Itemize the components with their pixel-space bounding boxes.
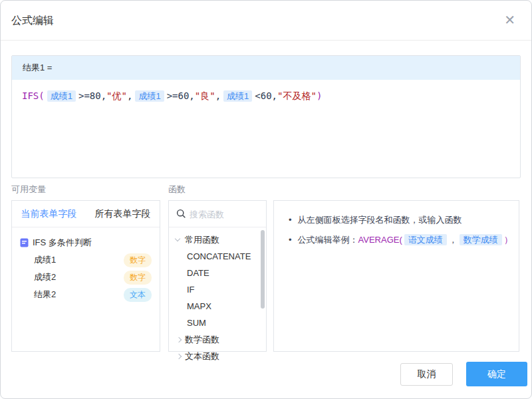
tip-text-segment: 公式编辑举例： <box>298 235 358 245</box>
bullet-icon: • <box>289 230 292 250</box>
function-item[interactable]: SUM <box>169 315 266 331</box>
variable-row[interactable]: 成绩2数字 <box>20 269 152 286</box>
variables-panel: 当前表单字段所有表单字段 IFS 多条件判断 成绩1数字成绩2数字结果2文本 <box>11 200 160 352</box>
variable-row[interactable]: 成绩1数字 <box>20 251 152 269</box>
tab-current-form-fields[interactable]: 当前表单字段 <box>12 201 86 227</box>
tip-text: 公式编辑举例：AVERAGE(语文成绩，数学成绩） <box>298 230 513 250</box>
formula-token-string: "不及格" <box>277 90 317 101</box>
function-label: 常用函数 <box>185 231 219 248</box>
scrollbar-thumb[interactable] <box>261 230 265 309</box>
tip-text-segment: ， <box>449 235 458 245</box>
function-item[interactable]: MAPX <box>169 298 266 315</box>
tips-panel: •从左侧面板选择字段名和函数，或输入函数•公式编辑举例：AVERAGE(语文成绩… <box>273 200 519 352</box>
formula-token-string: "优" <box>106 90 127 101</box>
formula-token-keyword: ） <box>504 235 513 245</box>
function-group[interactable]: 文本函数 <box>169 348 266 364</box>
formula-token-string: "良" <box>195 90 215 101</box>
function-item[interactable]: CONCATENATE <box>169 248 266 265</box>
formula-token-op: >=80, <box>78 90 106 101</box>
field-chip[interactable]: 成绩1 <box>47 90 76 102</box>
formula-token-keyword: IFS( <box>22 90 45 101</box>
variable-name: 成绩2 <box>34 271 56 283</box>
chevron-right-icon <box>176 353 182 358</box>
tip-text-segment: 从左侧面板选择字段名和函数，或输入函数 <box>298 215 462 225</box>
field-chip: 数学成绩 <box>460 234 502 245</box>
formula-token-op: , <box>127 90 132 101</box>
dialog-header: 公式编辑 ✕ <box>1 1 531 41</box>
field-chip[interactable]: 成绩1 <box>223 90 252 102</box>
formula-token-op: >=60, <box>167 90 195 101</box>
dialog-title: 公式编辑 <box>11 14 54 28</box>
tips-list: •从左侧面板选择字段名和函数，或输入函数•公式编辑举例：AVERAGE(语文成绩… <box>274 201 519 250</box>
variable-type-badge: 数字 <box>124 271 152 285</box>
formula-token-op: , <box>215 90 221 101</box>
function-label: 文本函数 <box>185 348 219 364</box>
formula-input-area[interactable]: IFS(成绩1>=80,"优",成绩1>=60,"良",成绩1<60,"不及格"… <box>12 80 520 112</box>
function-label: SUM <box>187 318 206 328</box>
chevron-down-icon <box>175 236 180 241</box>
confirm-button[interactable]: 确定 <box>466 362 527 386</box>
tip-item: •从左侧面板选择字段名和函数，或输入函数 <box>289 210 519 230</box>
function-search-row <box>169 201 266 227</box>
tab-all-form-fields[interactable]: 所有表单字段 <box>86 201 160 227</box>
function-label: MAPX <box>187 301 211 311</box>
search-input[interactable] <box>190 204 256 224</box>
formula-edit-dialog: 公式编辑 ✕ 结果1 = IFS(成绩1>=80,"优",成绩1>=60,"良"… <box>0 0 532 399</box>
search-icon <box>176 209 186 221</box>
function-label: IF <box>187 285 195 295</box>
formula-token-keyword: ) <box>317 90 322 101</box>
function-group[interactable]: 常用函数 <box>169 231 266 248</box>
close-icon[interactable]: ✕ <box>504 13 515 27</box>
variable-type-badge: 文本 <box>124 288 152 302</box>
variables-tabs: 当前表单字段所有表单字段 <box>12 201 160 227</box>
variable-name: 结果2 <box>34 289 56 301</box>
formula-editor: 结果1 = IFS(成绩1>=80,"优",成绩1>=60,"良",成绩1<60… <box>11 55 521 178</box>
variables-panel-label: 可用变量 <box>11 184 46 196</box>
form-group-title: IFS 多条件判断 <box>33 237 92 249</box>
function-list: 常用函数CONCATENATEDATEIFMAPXSUM数学函数文本函数 <box>169 227 266 364</box>
cancel-button[interactable]: 取消 <box>400 363 453 386</box>
bullet-icon: • <box>289 210 292 230</box>
field-chip[interactable]: 成绩1 <box>135 90 164 102</box>
function-label: 数学函数 <box>185 331 219 348</box>
functions-panel-label: 函数 <box>168 184 186 196</box>
variable-type-badge: 数字 <box>124 253 152 267</box>
variables-list: IFS 多条件判断 成绩1数字成绩2数字结果2文本 <box>12 227 160 310</box>
function-label: CONCATENATE <box>187 251 251 261</box>
function-item[interactable]: DATE <box>169 265 266 281</box>
variable-row[interactable]: 结果2文本 <box>20 286 152 303</box>
functions-panel: 常用函数CONCATENATEDATEIFMAPXSUM数学函数文本函数 <box>168 200 267 352</box>
field-chip: 语文成绩 <box>404 234 447 245</box>
formula-token-keyword: AVERAGE( <box>358 235 402 245</box>
form-icon <box>20 238 29 247</box>
variable-name: 成绩1 <box>34 254 56 266</box>
formula-token-op: <60, <box>255 90 277 101</box>
function-group[interactable]: 数学函数 <box>169 331 266 348</box>
tip-text: 从左侧面板选择字段名和函数，或输入函数 <box>298 210 462 230</box>
function-item[interactable]: IF <box>169 281 266 298</box>
chevron-right-icon <box>176 336 182 342</box>
function-label: DATE <box>187 268 209 278</box>
form-group-header: IFS 多条件判断 <box>20 234 152 251</box>
formula-result-label: 结果1 = <box>12 56 520 80</box>
tip-item: •公式编辑举例：AVERAGE(语文成绩，数学成绩） <box>289 230 519 250</box>
